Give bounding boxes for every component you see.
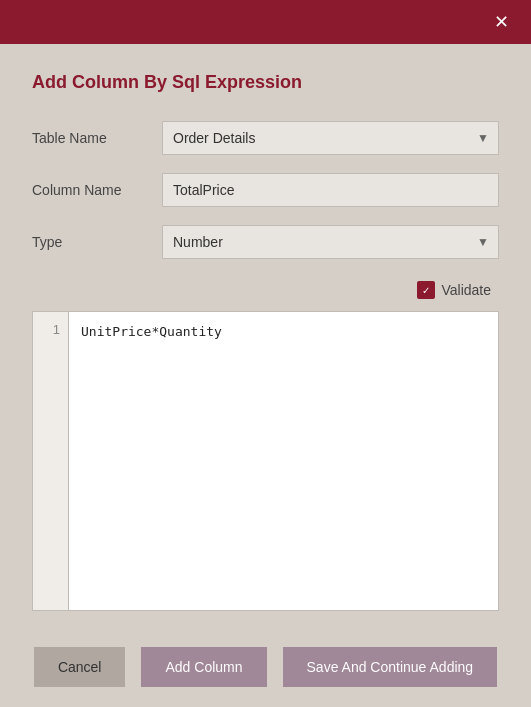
table-name-label: Table Name	[32, 130, 162, 146]
column-name-input[interactable]	[162, 173, 499, 207]
code-textarea[interactable]	[69, 312, 498, 610]
line-numbers: 1	[33, 312, 69, 610]
table-name-select-wrapper: Order Details Orders Products Customers …	[162, 121, 499, 155]
line-number: 1	[41, 322, 60, 337]
validate-icon: ✓	[417, 281, 435, 299]
table-name-row: Table Name Order Details Orders Products…	[32, 121, 499, 155]
close-button[interactable]: ✕	[488, 9, 515, 35]
validate-button[interactable]: ✓ Validate	[409, 277, 499, 303]
type-label: Type	[32, 234, 162, 250]
table-name-select[interactable]: Order Details Orders Products Customers	[162, 121, 499, 155]
validate-row: ✓ Validate	[32, 277, 499, 303]
type-control: Number Text Boolean Date ▼	[162, 225, 499, 259]
dialog-header: ✕	[0, 0, 531, 44]
type-select-wrapper: Number Text Boolean Date ▼	[162, 225, 499, 259]
dialog: ✕ Add Column By Sql Expression Table Nam…	[0, 0, 531, 707]
save-continue-button[interactable]: Save And Continue Adding	[283, 647, 498, 687]
type-row: Type Number Text Boolean Date ▼	[32, 225, 499, 259]
cancel-button[interactable]: Cancel	[34, 647, 126, 687]
validate-label: Validate	[441, 282, 491, 298]
dialog-title: Add Column By Sql Expression	[32, 72, 499, 93]
add-column-button[interactable]: Add Column	[141, 647, 266, 687]
dialog-content: Add Column By Sql Expression Table Name …	[0, 44, 531, 631]
column-name-control	[162, 173, 499, 207]
table-name-control: Order Details Orders Products Customers …	[162, 121, 499, 155]
column-name-row: Column Name	[32, 173, 499, 207]
code-editor: 1	[32, 311, 499, 611]
column-name-label: Column Name	[32, 182, 162, 198]
dialog-footer: Cancel Add Column Save And Continue Addi…	[0, 631, 531, 707]
type-select[interactable]: Number Text Boolean Date	[162, 225, 499, 259]
